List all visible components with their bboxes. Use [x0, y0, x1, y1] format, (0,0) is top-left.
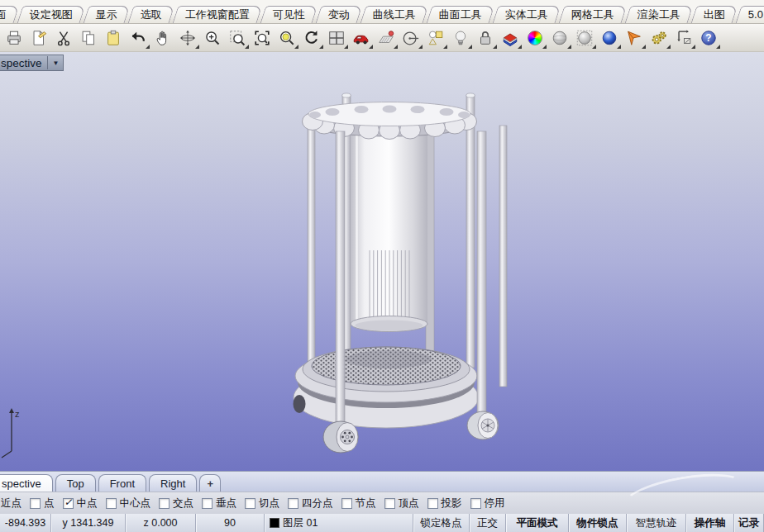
menu-tab-label: 可见性 — [273, 7, 305, 22]
menu-tab[interactable]: 可见性 — [260, 6, 318, 23]
menu-tab-label: 面 — [0, 7, 7, 22]
menu-tab-label: 选取 — [141, 7, 162, 22]
menu-tab[interactable]: 选取 — [128, 6, 175, 23]
viewport-tab[interactable]: Right — [149, 474, 197, 492]
osnap-checkbox[interactable] — [427, 498, 438, 509]
status-cell[interactable]: 记录 — [734, 514, 764, 532]
osnap-checkbox[interactable] — [30, 498, 41, 509]
menu-tab[interactable]: 曲线工具 — [361, 6, 429, 23]
lock-icon[interactable] — [474, 26, 496, 49]
status-cell[interactable]: 正交 — [470, 514, 506, 532]
osnap-checkbox[interactable] — [106, 498, 117, 509]
osnap-item[interactable]: 中心点 — [106, 496, 151, 511]
menu-tab[interactable]: 显示 — [84, 6, 131, 23]
osnap-checkbox[interactable] — [245, 498, 255, 509]
menu-tab[interactable]: 设定视图 — [17, 6, 86, 23]
osnap-checkbox[interactable] — [288, 498, 298, 509]
viewport-canvas[interactable]: z spective ▼ — [0, 52, 764, 471]
menu-tab[interactable]: 实体工具 — [493, 6, 561, 23]
undo-icon[interactable] — [127, 26, 149, 49]
menu-tab-label: 实体工具 — [505, 7, 548, 22]
viewport-layout-icon[interactable] — [325, 26, 347, 49]
flyout-triangle-icon — [344, 45, 348, 49]
menu-tab[interactable]: 5.0 的新功能 — [736, 6, 764, 23]
viewport-tab[interactable]: spective — [0, 474, 53, 492]
status-cell-label: 锁定格点 — [421, 516, 462, 530]
osnap-item[interactable]: 节点 — [341, 496, 376, 511]
menu-tab-label: 设定视图 — [30, 7, 73, 22]
osnap-item[interactable]: 切点 — [245, 496, 279, 511]
viewport-title-dropdown[interactable]: spective ▼ — [0, 55, 64, 71]
zoom-extents-icon[interactable] — [251, 26, 273, 49]
menu-tab[interactable]: 面 — [0, 6, 19, 23]
model-cylinder — [351, 118, 427, 332]
osnap-item[interactable]: 点 — [30, 496, 55, 511]
viewport-tab[interactable]: Top — [55, 474, 96, 492]
menu-tab-label: 网格工具 — [571, 7, 614, 22]
settings-gears-icon[interactable] — [647, 26, 670, 49]
menu-tab[interactable]: 曲面工具 — [427, 6, 495, 23]
undo-view-icon[interactable] — [300, 26, 322, 49]
osnap-item[interactable]: 中点 — [63, 496, 98, 511]
osnap-item[interactable]: 停用 — [470, 496, 505, 511]
status-cell-label: 物件锁点 — [577, 516, 618, 530]
osnap-label: 中心点 — [120, 496, 151, 511]
menu-tab-label: 显示 — [96, 7, 117, 22]
status-cell[interactable]: 平面模式 — [506, 514, 569, 532]
render-icon[interactable] — [623, 26, 645, 49]
zoom-window-icon[interactable] — [226, 26, 248, 49]
pan-hand-icon[interactable] — [151, 26, 174, 49]
print-icon[interactable] — [2, 26, 25, 49]
rotate-view-icon[interactable] — [176, 26, 198, 49]
osnap-checkbox[interactable] — [159, 498, 170, 509]
new-file-icon[interactable] — [27, 26, 50, 49]
viewport-tab[interactable]: Front — [98, 474, 146, 492]
menu-tab[interactable]: 出图 — [691, 6, 738, 23]
status-cell[interactable]: 物件锁点 — [569, 514, 627, 532]
named-view-car-icon[interactable] — [350, 26, 372, 49]
dimension-icon[interactable] — [672, 26, 695, 49]
osnap-item[interactable]: 垂点 — [202, 496, 236, 511]
status-cell[interactable]: 锁定格点 — [413, 514, 470, 532]
circle-tool-icon[interactable] — [399, 26, 422, 49]
layer-icon[interactable] — [499, 26, 521, 49]
status-cell-label: 90 — [224, 517, 236, 529]
copy-icon[interactable] — [77, 26, 99, 49]
osnap-item[interactable]: 近点 — [1, 496, 21, 511]
shaded-sphere-icon[interactable] — [548, 26, 571, 49]
world-axis-icon: z — [2, 408, 20, 458]
osnap-checkbox[interactable] — [202, 498, 212, 509]
color-wheel-icon[interactable] — [523, 26, 546, 49]
osnap-checkbox[interactable] — [63, 498, 74, 509]
flyout-triangle-icon — [617, 45, 621, 49]
cut-scissors-icon[interactable] — [52, 26, 74, 49]
menu-tab[interactable]: 渲染工具 — [625, 6, 694, 23]
status-cell[interactable]: 操作轴 — [686, 514, 734, 532]
zoom-selected-icon[interactable] — [275, 26, 298, 49]
rendered-sphere-icon[interactable] — [598, 26, 620, 49]
osnap-checkbox[interactable] — [384, 498, 395, 509]
cplane-icon[interactable] — [375, 26, 397, 49]
osnap-item[interactable]: 顶点 — [384, 496, 419, 511]
model-caster-right — [467, 411, 499, 439]
menu-tab[interactable]: 变动 — [316, 6, 363, 23]
menu-tab-label: 工作视窗配置 — [185, 7, 250, 22]
osnap-item[interactable]: 交点 — [159, 496, 193, 511]
lamp-icon[interactable] — [449, 26, 471, 49]
status-cell[interactable]: 智慧轨迹 — [627, 514, 686, 532]
menu-tab[interactable]: 工作视窗配置 — [173, 6, 263, 23]
flyout-triangle-icon — [418, 45, 423, 49]
flyout-triangle-icon — [518, 45, 522, 49]
ghosted-sphere-icon[interactable] — [573, 26, 595, 49]
menu-tab[interactable]: 网格工具 — [559, 6, 628, 23]
osnap-checkbox[interactable] — [341, 498, 352, 509]
object-display-icon[interactable] — [424, 26, 446, 49]
paste-icon[interactable] — [102, 26, 124, 49]
add-viewport-tab-button[interactable]: + — [199, 474, 221, 492]
status-cell-label: 平面模式 — [517, 516, 558, 530]
zoom-in-icon[interactable] — [201, 26, 223, 49]
osnap-item[interactable]: 投影 — [427, 496, 462, 511]
osnap-checkbox[interactable] — [470, 498, 481, 509]
help-icon[interactable]: ? — [697, 26, 719, 49]
osnap-item[interactable]: 四分点 — [288, 496, 333, 511]
